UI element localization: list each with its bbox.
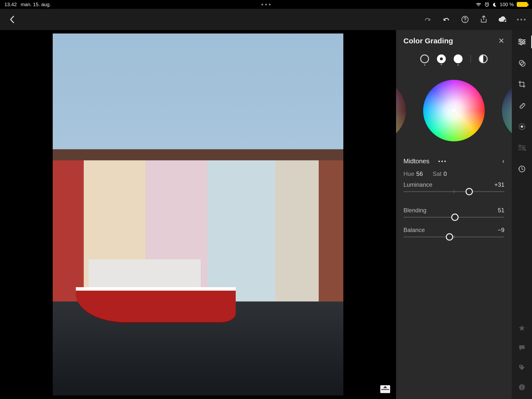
back-button[interactable] (7, 15, 17, 24)
svg-point-2 (465, 21, 465, 21)
help-button[interactable] (460, 15, 470, 24)
battery-icon (517, 2, 528, 7)
svg-rect-20 (521, 387, 522, 389)
luminance-thumb[interactable] (466, 188, 473, 195)
svg-rect-9 (519, 103, 525, 109)
sat-readout: Sat0 (433, 170, 447, 177)
tool-rail (512, 30, 532, 399)
svg-point-6 (520, 43, 522, 45)
svg-point-5 (523, 41, 525, 43)
zone-highlights-button[interactable] (454, 54, 463, 63)
balance-thumb[interactable] (446, 233, 453, 241)
svg-point-18 (520, 366, 521, 367)
healing-button[interactable] (517, 100, 527, 110)
keywords-button[interactable] (517, 363, 527, 372)
balance-value: −9 (498, 227, 504, 233)
share-button[interactable] (479, 15, 489, 24)
svg-point-10 (521, 106, 522, 107)
panel-title: Color Grading (403, 37, 453, 45)
app-toolbar (0, 9, 532, 30)
svg-point-12 (523, 104, 524, 105)
battery-pct: 100 % (500, 2, 514, 7)
luminance-label: Luminance (403, 181, 432, 188)
presets-button[interactable] (517, 58, 527, 68)
more-options-button[interactable] (516, 15, 526, 24)
photo-preview (53, 33, 343, 396)
zone-global-button[interactable] (479, 54, 488, 63)
zone-divider (470, 55, 471, 63)
rating-star-button[interactable] (517, 323, 527, 333)
blending-label: Blending (403, 207, 426, 214)
balance-slider[interactable] (403, 236, 504, 237)
color-grading-panel: Color Grading ✕ Midtones (396, 30, 512, 399)
svg-point-11 (522, 105, 523, 106)
close-panel-button[interactable]: ✕ (498, 36, 504, 45)
photo-canvas[interactable] (0, 30, 396, 399)
color-wheel-handle[interactable] (451, 107, 457, 114)
status-date: man. 15. aug. (21, 2, 51, 7)
collapse-section-button[interactable]: ‹ (502, 157, 504, 165)
filmstrip-toggle[interactable] (380, 385, 390, 393)
info-button[interactable] (517, 382, 527, 392)
multitask-dots[interactable] (262, 4, 271, 5)
cloud-sync-button[interactable] (498, 15, 507, 24)
balance-label: Balance (403, 227, 425, 233)
zone-picker (396, 52, 512, 69)
blending-slider[interactable] (403, 217, 504, 218)
section-options-button[interactable] (438, 161, 446, 162)
dnd-moon-icon (492, 2, 497, 7)
comments-button[interactable] (517, 343, 527, 353)
blending-value: 51 (498, 207, 504, 214)
midtones-color-wheel[interactable] (423, 80, 485, 141)
svg-point-14 (521, 125, 523, 128)
alarm-icon (484, 2, 489, 7)
masking-button[interactable] (517, 122, 527, 132)
zone-shadows-button[interactable] (420, 54, 429, 63)
versions-button[interactable] (517, 164, 527, 174)
svg-point-4 (519, 39, 521, 41)
svg-point-21 (521, 385, 522, 386)
shadows-wheel-preview[interactable] (396, 80, 406, 141)
luminance-value: +31 (494, 181, 504, 188)
luminance-slider[interactable] (403, 191, 504, 192)
edit-sliders-button[interactable] (517, 37, 527, 47)
undo-button[interactable] (441, 15, 451, 24)
highlights-wheel-preview[interactable] (502, 80, 512, 141)
section-label: Midtones (403, 157, 430, 165)
blending-thumb[interactable] (451, 214, 459, 221)
redo-button[interactable] (423, 15, 432, 24)
svg-point-15 (519, 145, 521, 147)
reset-button[interactable] (517, 143, 527, 153)
crop-button[interactable] (517, 79, 527, 89)
hue-readout: Hue56 (403, 170, 423, 177)
zone-midtones-button[interactable] (437, 54, 446, 63)
svg-point-16 (523, 147, 524, 149)
wifi-icon (476, 2, 482, 7)
status-time: 13.42 (4, 2, 17, 7)
status-bar: 13.42 man. 15. aug. 100 % (0, 0, 532, 9)
